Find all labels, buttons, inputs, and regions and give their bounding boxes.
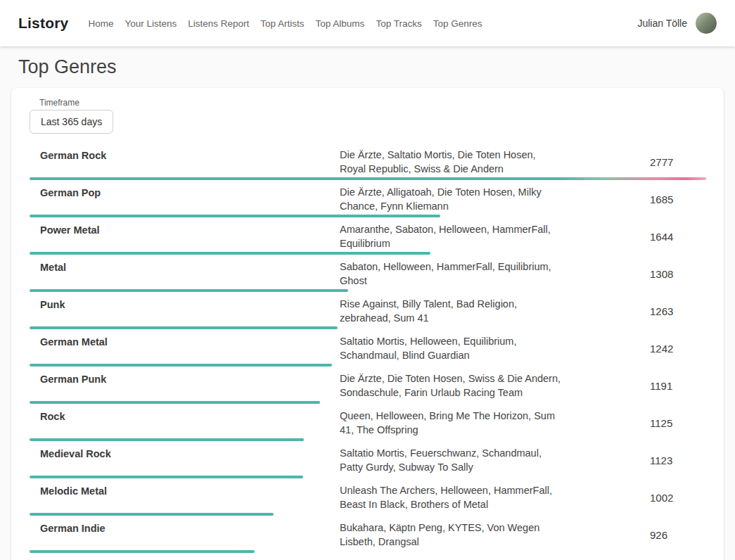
genre-bar bbox=[30, 215, 440, 217]
user-name: Julian Tölle bbox=[637, 18, 687, 29]
genre-count: 1685 bbox=[650, 193, 706, 205]
nav-item-top-tracks[interactable]: Top Tracks bbox=[376, 18, 421, 29]
genre-count: 1123 bbox=[650, 454, 706, 466]
nav-item-top-artists[interactable]: Top Artists bbox=[260, 18, 304, 29]
genre-count: 1263 bbox=[650, 305, 706, 317]
genre-bar bbox=[30, 550, 255, 553]
genre-count: 1002 bbox=[650, 492, 706, 504]
genre-row: Punk Rise Against, Billy Talent, Bad Rel… bbox=[30, 293, 706, 330]
genre-bar bbox=[30, 289, 348, 292]
main-content: Top Genres Timeframe Last 365 days Germa… bbox=[0, 56, 735, 560]
genre-artists: Rise Against, Billy Talent, Bad Religion… bbox=[340, 297, 563, 325]
genre-row: German Pop Die Ärzte, Alligatoah, Die To… bbox=[30, 181, 706, 218]
genre-name: Metal bbox=[30, 260, 340, 274]
genre-artists: Saltatio Mortis, Feuerschwanz, Schandmau… bbox=[340, 446, 563, 474]
genre-artists: Saltatio Mortis, Helloween, Equilibrium,… bbox=[340, 334, 563, 362]
timeframe-label: Timeframe bbox=[39, 98, 706, 108]
genre-count: 2777 bbox=[650, 156, 706, 168]
genre-bar bbox=[30, 177, 706, 180]
genre-row: Melodic Metal Unleash The Archers, Hello… bbox=[30, 479, 706, 516]
genre-table-body: German Rock Die Ärzte, Saltatio Mortis, … bbox=[30, 144, 706, 554]
top-nav: Listory HomeYour ListensListens ReportTo… bbox=[0, 0, 735, 46]
genre-bar bbox=[30, 401, 320, 404]
genre-row: German Indie Bukahara, Käptn Peng, KYTES… bbox=[30, 516, 706, 554]
genre-row: German Punk Die Ärzte, Die Toten Hosen, … bbox=[30, 367, 706, 405]
nav-item-top-genres[interactable]: Top Genres bbox=[433, 18, 482, 29]
genre-name: German Pop bbox=[30, 185, 340, 200]
genre-name: Punk bbox=[30, 297, 340, 312]
genre-name: German Indie bbox=[30, 521, 340, 535]
genre-count: 1644 bbox=[650, 231, 706, 243]
timeframe-select[interactable]: Last 365 days bbox=[30, 110, 113, 134]
genre-artists: Die Ärzte, Alligatoah, Die Toten Hosen, … bbox=[340, 185, 563, 213]
genre-row: German Metal Saltatio Mortis, Helloween,… bbox=[30, 330, 706, 367]
genre-artists: Die Ärzte, Die Toten Hosen, Swiss & Die … bbox=[340, 371, 563, 400]
nav-item-top-albums[interactable]: Top Albums bbox=[316, 18, 365, 29]
genre-row: Metal Sabaton, Helloween, HammerFall, Eq… bbox=[30, 255, 706, 293]
genre-bar bbox=[30, 438, 304, 441]
nav-links: HomeYour ListensListens ReportTop Artist… bbox=[88, 18, 637, 29]
genre-bar bbox=[30, 476, 303, 478]
genre-row: German Rock Die Ärzte, Saltatio Mortis, … bbox=[30, 144, 706, 181]
genre-name: Rock bbox=[30, 409, 340, 424]
top-genres-card: Timeframe Last 365 days German Rock Die … bbox=[11, 88, 724, 560]
nav-item-listens-report[interactable]: Listens Report bbox=[188, 18, 249, 29]
genre-row: Medieval Rock Saltatio Mortis, Feuerschw… bbox=[30, 442, 706, 479]
genre-artists: Queen, Helloween, Bring Me The Horizon, … bbox=[340, 409, 563, 437]
genre-name: Melodic Metal bbox=[30, 483, 340, 498]
genre-row: Rock Queen, Helloween, Bring Me The Hori… bbox=[30, 405, 706, 442]
timeframe-filter: Timeframe Last 365 days bbox=[30, 98, 706, 134]
genre-name: German Rock bbox=[30, 148, 340, 163]
genre-artists: Sabaton, Helloween, HammerFall, Equilibr… bbox=[340, 260, 563, 288]
genre-bar bbox=[30, 364, 332, 367]
genre-bar bbox=[30, 326, 338, 329]
genre-artists: Amaranthe, Sabaton, Helloween, HammerFal… bbox=[340, 222, 563, 250]
page-title: Top Genres bbox=[18, 56, 735, 78]
user-avatar[interactable] bbox=[696, 13, 717, 34]
genre-name: German Punk bbox=[30, 371, 340, 386]
genre-count: 1191 bbox=[650, 380, 706, 392]
genre-name: German Metal bbox=[30, 334, 340, 349]
genre-bar bbox=[30, 513, 274, 516]
genre-artists: Die Ärzte, Saltatio Mortis, Die Toten Ho… bbox=[340, 148, 563, 176]
user-area: Julian Tölle bbox=[637, 13, 717, 34]
genre-name: Power Metal bbox=[30, 222, 340, 237]
nav-item-your-listens[interactable]: Your Listens bbox=[124, 18, 177, 29]
genre-count: 1242 bbox=[650, 343, 706, 355]
genre-count: 1308 bbox=[650, 268, 706, 280]
nav-item-home[interactable]: Home bbox=[88, 18, 113, 29]
genre-bar bbox=[30, 252, 430, 255]
genre-name: Medieval Rock bbox=[30, 446, 340, 461]
genre-artists: Unleash The Archers, Helloween, HammerFa… bbox=[340, 483, 563, 511]
genre-artists: Bukahara, Käptn Peng, KYTES, Von Wegen L… bbox=[340, 521, 563, 549]
app-logo[interactable]: Listory bbox=[18, 15, 68, 32]
genre-count: 926 bbox=[650, 529, 706, 541]
genre-count: 1125 bbox=[650, 417, 706, 429]
genre-row: Power Metal Amaranthe, Sabaton, Hellowee… bbox=[30, 218, 706, 255]
